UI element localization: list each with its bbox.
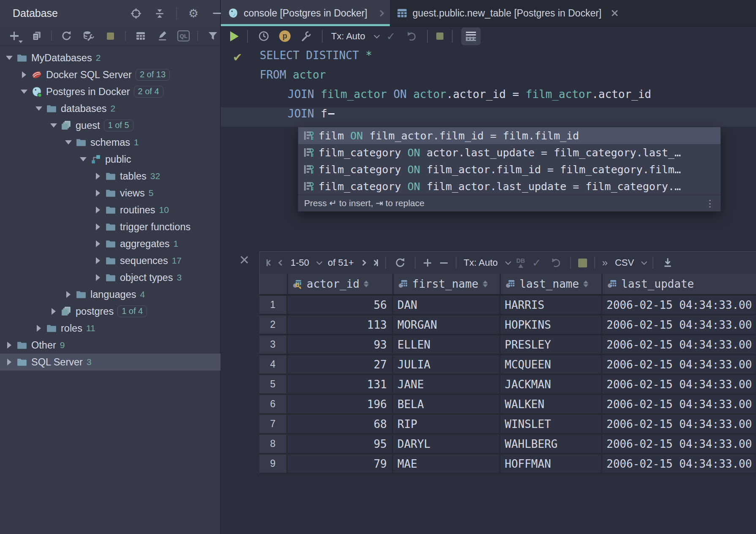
download-icon[interactable]	[661, 256, 675, 270]
rollback-icon[interactable]	[549, 256, 563, 270]
corner-cell[interactable]	[260, 274, 288, 294]
export-format-label[interactable]: CSV	[615, 257, 634, 268]
cell-last-update[interactable]: 2006-02-15 04:34:33.00	[602, 455, 755, 474]
table-row[interactable]: 4 27 JULIA MCQUEEN 2006-02-15 04:34:33.0…	[259, 355, 756, 375]
cell-last-name[interactable]: WALKEN	[500, 395, 602, 415]
tx-mode-label[interactable]: Tx: Auto	[331, 31, 365, 42]
table-row[interactable]: 9 79 MAE HOFFMAN 2006-02-15 04:34:33.00	[259, 455, 756, 474]
close-tab-icon[interactable]	[611, 9, 618, 17]
tree-item-postgres-in-docker[interactable]: Postgres in Docker 2 of 4	[0, 83, 220, 100]
table-row[interactable]: 7 68 RIP WINSLET 2006-02-15 04:34:33.00	[259, 415, 756, 435]
cell-first-name[interactable]: RIP	[393, 415, 500, 435]
cell-actor-id[interactable]: 131	[288, 375, 393, 395]
column-header-actor-id[interactable]: actor_id	[288, 274, 394, 294]
commit-check-icon[interactable]: ✓	[532, 256, 541, 269]
chevron-collapsed-icon[interactable]	[95, 190, 101, 196]
tab-new-table[interactable]: guest.public.new_table [Postgres in Dock…	[390, 0, 625, 26]
tree-item-mydatabases[interactable]: MyDatabases 2	[0, 49, 220, 66]
datasource-properties-icon[interactable]	[82, 29, 96, 43]
chevron-collapsed-icon[interactable]	[6, 359, 13, 365]
tree-item-trigger-functions[interactable]: trigger functions	[0, 218, 220, 235]
row-number[interactable]: 7	[259, 415, 288, 435]
chevron-expanded-icon[interactable]	[65, 140, 72, 144]
cell-last-update[interactable]: 2006-02-15 04:34:33.00	[602, 335, 755, 355]
table-view-icon[interactable]	[133, 29, 148, 43]
rollback-icon[interactable]	[404, 29, 419, 44]
cell-actor-id[interactable]: 68	[288, 415, 393, 435]
chevron-collapsed-icon[interactable]	[95, 240, 101, 247]
chevron-collapsed-icon[interactable]	[65, 291, 72, 298]
refresh-icon[interactable]	[60, 29, 74, 43]
column-header-last-update[interactable]: last_update	[603, 274, 755, 294]
row-number[interactable]: 9	[259, 455, 288, 474]
chevron-collapsed-icon[interactable]	[35, 325, 42, 332]
tree-item-aggregates[interactable]: aggregates 1	[0, 235, 220, 252]
tree-item-views[interactable]: views 5	[0, 185, 220, 202]
chevron-collapsed-icon[interactable]	[6, 342, 13, 349]
edit-pencil-icon[interactable]	[155, 29, 170, 43]
stop-icon[interactable]	[578, 259, 587, 267]
chevron-expanded-icon[interactable]	[50, 123, 57, 128]
table-row[interactable]: 6 196 BELA WALKEN 2006-02-15 04:34:33.00	[259, 395, 756, 415]
tree-item-languages[interactable]: languages 4	[0, 286, 220, 303]
cell-actor-id[interactable]: 113	[288, 316, 393, 335]
sql-line-4[interactable]: JOIN f	[221, 104, 756, 123]
cell-actor-id[interactable]: 27	[288, 355, 393, 375]
chevron-collapsed-icon[interactable]	[95, 207, 101, 213]
tree-item-guest-db[interactable]: guest 1 of 5	[0, 117, 220, 134]
row-number[interactable]: 6	[259, 395, 288, 415]
chevron-down-icon[interactable]	[505, 259, 511, 265]
table-row[interactable]: 2 113 MORGAN HOPKINS 2006-02-15 04:34:33…	[259, 316, 756, 335]
row-number[interactable]: 5	[259, 375, 288, 395]
column-header-first-name[interactable]: first_name	[394, 274, 501, 294]
query-console-icon[interactable]: QL	[177, 30, 190, 41]
cell-last-name[interactable]: WINSLET	[500, 415, 602, 435]
wrench-icon[interactable]	[299, 29, 313, 44]
tree-item-routines[interactable]: routines 10	[0, 202, 220, 218]
cell-last-update[interactable]: 2006-02-15 04:34:33.00	[602, 415, 755, 435]
chevron-down-icon[interactable]	[641, 259, 647, 265]
chevron-expanded-icon[interactable]	[80, 157, 87, 161]
cell-last-update[interactable]: 2006-02-15 04:34:33.00	[602, 375, 755, 395]
close-results-button[interactable]	[235, 255, 239, 263]
cell-first-name[interactable]: JULIA	[393, 355, 500, 375]
cell-last-name[interactable]: WAHLBERG	[500, 435, 602, 455]
row-number[interactable]: 4	[259, 355, 288, 375]
tab-console[interactable]: console [Postgres in Docker]	[221, 0, 390, 26]
chevron-down-icon[interactable]	[316, 259, 322, 265]
next-page-icon[interactable]	[361, 261, 365, 265]
chevron-expanded-icon[interactable]	[35, 106, 42, 111]
row-number[interactable]: 3	[259, 335, 288, 355]
tree-item-sql-server[interactable]: SQL Server 3	[0, 354, 220, 371]
cell-actor-id[interactable]: 93	[288, 335, 393, 355]
filter-icon[interactable]	[206, 29, 220, 43]
chevron-collapsed-icon[interactable]	[50, 308, 57, 315]
table-row[interactable]: 8 95 DARYL WAHLBERG 2006-02-15 04:34:33.…	[259, 435, 756, 455]
row-number[interactable]: 1	[259, 296, 288, 316]
cell-first-name[interactable]: DARYL	[393, 435, 500, 455]
tree-item-other[interactable]: Other 9	[0, 337, 220, 354]
cell-last-update[interactable]: 2006-02-15 04:34:33.00	[602, 435, 755, 455]
chevron-down-icon[interactable]	[374, 32, 380, 38]
locate-object-icon[interactable]	[129, 6, 143, 21]
completion-item[interactable]: film_category ON actor.last_update = fil…	[298, 144, 721, 161]
chevron-collapsed-icon[interactable]	[95, 257, 101, 264]
settings-gear-icon[interactable]: ⚙	[186, 6, 201, 21]
submit-to-db-icon[interactable]: DB	[517, 258, 525, 268]
cell-last-name[interactable]: HOPKINS	[500, 316, 602, 335]
row-number[interactable]: 2	[259, 316, 288, 335]
more-options-icon[interactable]: »	[602, 257, 608, 269]
stop-icon[interactable]	[103, 29, 118, 43]
tree-item-roles[interactable]: roles 11	[0, 320, 220, 337]
cell-actor-id[interactable]: 196	[288, 395, 393, 415]
previous-page-icon[interactable]	[279, 261, 283, 265]
cell-first-name[interactable]: MORGAN	[393, 316, 500, 335]
cell-last-update[interactable]: 2006-02-15 04:34:33.00	[602, 395, 755, 415]
tree-item-schemas[interactable]: schemas 1	[0, 134, 220, 151]
table-row[interactable]: 5 131 JANE JACKMAN 2006-02-15 04:34:33.0…	[259, 375, 756, 395]
tree-item-postgres-db[interactable]: postgres 1 of 4	[0, 303, 220, 320]
completion-item[interactable]: film_category ON film_actor.last_update …	[298, 178, 721, 195]
cell-last-name[interactable]: PRESLEY	[500, 335, 602, 355]
table-row[interactable]: 1 56 DAN HARRIS 2006-02-15 04:34:33.00	[259, 296, 756, 316]
sort-icon[interactable]	[583, 281, 588, 287]
